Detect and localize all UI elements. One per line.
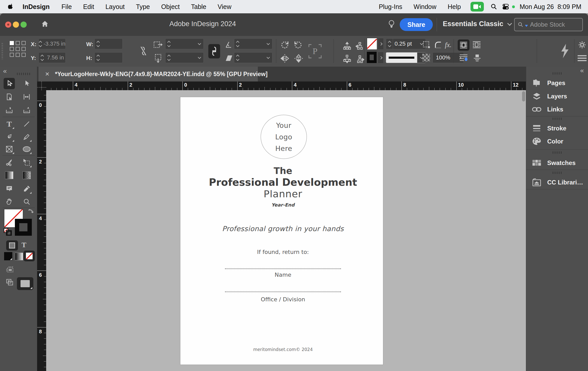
canvas-pasteboard[interactable]: Your Logo Here The Professional Developm… xyxy=(46,90,526,371)
vertical-ruler[interactable]: 02468 xyxy=(37,90,46,371)
lightbulb-icon[interactable] xyxy=(388,19,395,29)
direct-selection-tool[interactable] xyxy=(21,78,32,89)
no-text-wrap-icon[interactable] xyxy=(458,39,469,51)
panel-layers[interactable]: Layers xyxy=(526,90,588,103)
panel-links[interactable]: Links xyxy=(526,103,588,116)
align-icon[interactable] xyxy=(473,54,481,62)
menu-help[interactable]: Help xyxy=(442,3,466,11)
panel-color[interactable]: Color xyxy=(526,135,588,148)
corner-options-icon[interactable] xyxy=(422,40,431,49)
menu-table[interactable]: Table xyxy=(185,3,212,11)
panel-drag-handle[interactable] xyxy=(553,172,562,174)
shear-angle-field[interactable] xyxy=(234,52,272,63)
logo-placeholder-circle[interactable]: Your Logo Here xyxy=(261,115,307,159)
collapse-dock-icon[interactable]: « xyxy=(580,67,584,74)
wrap-bounding-box-icon[interactable] xyxy=(472,40,481,50)
free-transform-tool[interactable] xyxy=(21,157,32,168)
menubar-app-name[interactable]: InDesign xyxy=(16,3,56,11)
line-tool[interactable] xyxy=(21,118,32,130)
screen-mode-button[interactable] xyxy=(17,277,33,290)
zoom-tool[interactable] xyxy=(21,196,32,207)
close-tab-icon[interactable]: × xyxy=(45,70,49,78)
scale-y-field[interactable] xyxy=(165,52,204,63)
stroke-swatch-black[interactable] xyxy=(367,52,377,63)
select-previous-object-icon[interactable] xyxy=(342,54,352,64)
stroke-expand-button[interactable] xyxy=(378,52,384,64)
fill-expand-button[interactable] xyxy=(378,38,384,50)
workspace-switcher[interactable]: Essentials Classic xyxy=(443,20,511,28)
menu-object[interactable]: Object xyxy=(155,3,185,11)
rotation-angle-field[interactable] xyxy=(234,38,272,49)
formatting-affects-container-icon[interactable] xyxy=(6,240,18,251)
panel-drag-handle[interactable] xyxy=(553,151,562,154)
ruler-origin-corner[interactable] xyxy=(37,81,46,90)
height-field[interactable] xyxy=(94,52,123,63)
y-position-field[interactable]: 7.56 in xyxy=(38,52,66,63)
select-content-icon[interactable] xyxy=(355,41,365,51)
stroke-weight-field[interactable]: 0.25 pt xyxy=(386,38,426,49)
document-page[interactable]: Your Logo Here The Professional Developm… xyxy=(180,97,383,365)
menu-edit[interactable]: Edit xyxy=(77,3,100,11)
panel-drag-handle[interactable] xyxy=(553,118,562,120)
swap-fill-stroke-icon[interactable] xyxy=(28,208,34,215)
x-position-field[interactable]: -3.375 in xyxy=(38,38,66,49)
scissors-tool[interactable] xyxy=(4,157,15,168)
shape-tool[interactable] xyxy=(21,143,32,155)
vertical-scrollbar[interactable] xyxy=(522,91,525,101)
apply-gradient-icon[interactable] xyxy=(15,253,23,260)
constrain-link-icon[interactable] xyxy=(208,44,220,58)
apply-color-icon[interactable] xyxy=(4,252,12,260)
panel-swatches[interactable]: Swatches xyxy=(526,156,588,170)
hand-tool[interactable] xyxy=(4,196,15,207)
collapse-tools-icon[interactable]: « xyxy=(3,68,7,74)
panel-drag-handle[interactable] xyxy=(553,72,562,75)
select-next-object-icon[interactable] xyxy=(355,54,365,64)
selection-tool[interactable] xyxy=(4,78,15,89)
rotate-ccw-icon[interactable] xyxy=(293,40,303,50)
zoom-window-button[interactable] xyxy=(21,22,27,28)
note-tool[interactable] xyxy=(4,183,15,194)
share-button[interactable]: Share xyxy=(400,18,433,31)
scale-x-field[interactable] xyxy=(165,38,204,49)
content-placer-tool[interactable] xyxy=(21,105,32,116)
pen-tool[interactable] xyxy=(4,131,15,142)
gradient-feather-tool[interactable] xyxy=(21,170,32,181)
gear-icon[interactable] xyxy=(578,40,586,49)
gpu-lightning-icon[interactable] xyxy=(560,43,570,59)
menu-layout[interactable]: Layout xyxy=(100,3,130,11)
broken-link-icon[interactable] xyxy=(138,45,149,57)
apple-icon[interactable] xyxy=(8,3,14,10)
reference-point-proxy[interactable] xyxy=(10,41,26,57)
menubar-clock[interactable]: Mon Aug 26 8:09 PM xyxy=(520,3,581,11)
view-mode-icon[interactable] xyxy=(6,266,15,273)
panel-pages[interactable]: Pages xyxy=(526,76,588,90)
presentation-mode-icon[interactable] xyxy=(6,278,14,286)
menu-file[interactable]: File xyxy=(56,3,77,11)
menu-window[interactable]: Window xyxy=(408,3,442,11)
panel-stroke[interactable]: Stroke xyxy=(526,122,588,135)
search-scope-dropdown-icon[interactable] xyxy=(525,25,528,27)
stroke-black-swatch[interactable] xyxy=(15,219,32,236)
fx-icon[interactable]: fx. xyxy=(445,41,452,49)
spotlight-icon[interactable] xyxy=(491,3,497,10)
panel-drag-handle[interactable] xyxy=(2,43,3,59)
panel-cc-libraries[interactable]: CC Librari… xyxy=(526,176,588,189)
width-field[interactable] xyxy=(94,38,123,49)
frame-tool[interactable] xyxy=(4,143,15,155)
close-window-button[interactable] xyxy=(5,22,11,28)
apply-none-icon[interactable] xyxy=(24,251,35,261)
pencil-tool[interactable] xyxy=(21,131,32,142)
flip-horizontal-icon[interactable] xyxy=(280,54,290,63)
eyedropper-tool[interactable] xyxy=(21,183,32,194)
search-input[interactable] xyxy=(530,21,574,28)
adobe-stock-search[interactable] xyxy=(514,18,583,31)
page-tool[interactable] xyxy=(4,91,15,102)
menu-icon[interactable] xyxy=(577,55,587,61)
menu-plugins[interactable]: Plug-Ins xyxy=(373,3,408,11)
content-collector-tool[interactable] xyxy=(4,105,15,116)
horizontal-ruler[interactable]: 42024681012 xyxy=(46,81,526,90)
minimize-window-button[interactable] xyxy=(13,22,19,28)
rotate-cw-icon[interactable] xyxy=(280,40,290,50)
control-center-icon[interactable] xyxy=(502,3,509,10)
menu-view[interactable]: View xyxy=(212,3,237,11)
